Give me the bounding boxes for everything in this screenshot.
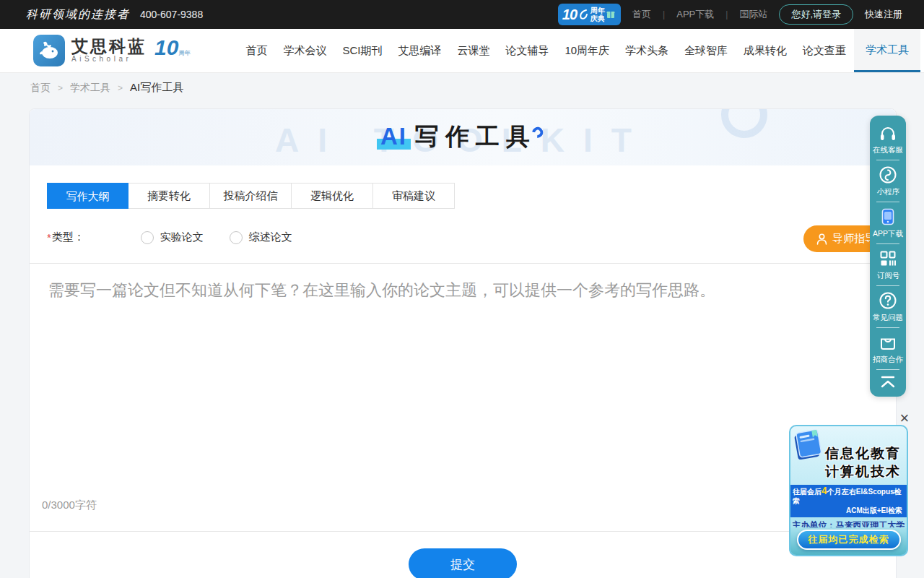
sidebar-item-label: 在线客服 (873, 144, 903, 155)
separator: | (725, 9, 728, 20)
nav-item-anniversary[interactable]: 10周年庆 (557, 29, 617, 72)
topbar-link-home[interactable]: 首页 (632, 8, 651, 21)
whale-logo-icon (33, 35, 65, 66)
radio-label: 实验论文 (160, 230, 204, 244)
site-slogan: 科研领域的连接者 (26, 7, 130, 22)
sidebar-item-faq[interactable]: 常见问题 (870, 286, 906, 327)
sidebar-item-cooperation[interactable]: 招商合作 (870, 328, 906, 369)
site-logo[interactable]: 艾思科蓝 AiScholar 10周年 (33, 35, 190, 66)
topbar-link-app-download[interactable]: APP下载 (676, 8, 714, 21)
sidebar-item-app-download[interactable]: APP下载 (870, 202, 906, 243)
sidebar-item-label: 常见问题 (873, 312, 903, 322)
sidebar-item-label: APP下载 (873, 228, 903, 238)
tab-abstract-conversion[interactable]: 摘要转化 (128, 183, 210, 209)
radio-review-paper[interactable]: 综述论文 (230, 230, 292, 244)
nav-item-academic-tools[interactable]: 学术工具 (854, 29, 920, 72)
sidebar-item-online-service[interactable]: 在线客服 (870, 120, 906, 160)
required-mark: * (47, 231, 51, 243)
logo-text-cn: 艾思科蓝 (71, 38, 147, 55)
tab-logic-optimization[interactable]: 逻辑优化 (292, 183, 373, 209)
popup-close-icon[interactable]: × (897, 410, 912, 426)
nav-item-academic-news[interactable]: 学术头条 (617, 29, 676, 72)
submit-row: 提交 (30, 548, 896, 578)
type-label: 类型： (52, 230, 84, 244)
back-to-top-icon (879, 375, 897, 389)
miniprogram-icon (879, 165, 897, 184)
anniversary-badge-line2: 庆典 (590, 14, 605, 22)
sidebar-item-label: 订阅号 (876, 270, 899, 280)
tab-review-suggestions[interactable]: 审稿建议 (373, 183, 455, 209)
popup-title-line1: 信息化教育 (822, 444, 904, 462)
floating-side-toolbar: 在线客服 小程序 APP下载 订阅号 (870, 116, 906, 397)
main-navigation-bar: 艾思科蓝 AiScholar 10周年 首页 学术会议 SCI期刊 艾思编译 云… (0, 29, 924, 72)
briefcase-icon (879, 333, 897, 352)
phone-icon (879, 207, 897, 226)
sidebar-item-miniprogram[interactable]: 小程序 (870, 160, 906, 202)
question-icon (879, 291, 897, 310)
popup-title-line2: 计算机技术 (822, 462, 904, 480)
conference-promo-popup[interactable]: 信息化教育 计算机技术 往届会后4个月左右EI&Scopus检索 ACM出版+E… (789, 425, 908, 556)
popup-footer: 往届均已完成检索 (790, 527, 907, 555)
swoosh-icon (578, 9, 588, 21)
page-banner: AI TOOLKIT AI写作工具 (30, 109, 896, 165)
radio-circle-icon[interactable] (141, 231, 154, 244)
popup-band-line2: ACM出版+EI检索 (793, 506, 905, 515)
popup-index-band: 往届会后4个月左右EI&Scopus检索 ACM出版+EI检索 (790, 485, 907, 517)
breadcrumb-separator: > (58, 83, 63, 93)
radio-label: 综述论文 (249, 230, 292, 244)
service-phone: 400-607-9388 (140, 9, 203, 20)
radio-experimental-paper[interactable]: 实验论文 (141, 230, 204, 244)
type-selector-row: * 类型： 实验论文 综述论文 (47, 230, 292, 244)
nav-item-paper-tutoring[interactable]: 论文辅导 (497, 29, 557, 72)
sidebar-item-label: 招商合作 (873, 354, 903, 364)
popup-cta-button[interactable]: 往届均已完成检索 (797, 530, 901, 550)
popup-band-line1: 往届会后4个月左右EI&Scopus检索 (793, 486, 905, 506)
register-button[interactable]: 快速注册 (865, 8, 902, 21)
nav-item-think-tank[interactable]: 全球智库 (676, 29, 736, 72)
char-counter: 0/3000字符 (42, 499, 97, 512)
sidebar-item-label: 小程序 (876, 186, 899, 197)
nav-menu: 首页 学术会议 SCI期刊 艾思编译 云课堂 论文辅导 10周年庆 学术头条 全… (237, 29, 920, 72)
topic-textarea[interactable] (30, 264, 896, 480)
page-title-highlight: AI (377, 123, 411, 150)
separator: | (663, 9, 665, 20)
popup-title-block: 信息化教育 计算机技术 (822, 444, 904, 480)
nav-item-editing[interactable]: 艾思编译 (390, 29, 449, 72)
book-icon (789, 426, 828, 466)
nav-item-conferences[interactable]: 学术会议 (275, 29, 334, 72)
anniversary-logo: 10周年 (154, 37, 190, 64)
breadcrumb-current: AI写作工具 (130, 81, 183, 95)
breadcrumb-separator: > (118, 83, 123, 93)
nav-item-plagiarism-check[interactable]: 论文查重 (795, 29, 854, 72)
tab-cover-letter[interactable]: 投稿介绍信 (210, 183, 292, 209)
nav-item-home[interactable]: 首页 (237, 29, 275, 72)
logo-text-en: AiScholar (71, 55, 147, 64)
nav-item-cloud-classroom[interactable]: 云课堂 (449, 29, 497, 72)
headset-icon (879, 125, 897, 142)
breadcrumb-academic-tools[interactable]: 学术工具 (70, 82, 110, 95)
sidebar-item-subscription[interactable]: 订阅号 (870, 244, 906, 285)
top-utility-bar: 科研领域的连接者 400-607-9388 10 周年 庆典 首页 | APP下… (0, 0, 924, 29)
nav-item-sci-journals[interactable]: SCI期刊 (334, 29, 390, 72)
anniversary-badge[interactable]: 10 周年 庆典 (558, 4, 621, 25)
page-title: AI写作工具 (30, 121, 896, 153)
anniversary-badge-line1: 周年 (590, 7, 605, 14)
gift-icon (606, 10, 615, 19)
breadcrumb: 首页 > 学术工具 > AI写作工具 (30, 81, 183, 95)
nav-item-achievements[interactable]: 成果转化 (736, 29, 795, 72)
person-icon (816, 233, 827, 245)
highlight-number: 4 (821, 485, 827, 496)
radio-circle-icon[interactable] (230, 231, 243, 244)
mentor-guidance-label: 导师指导 (832, 232, 876, 246)
subscription-icon (879, 249, 897, 268)
topic-input-region: 0/3000字符 (30, 263, 896, 532)
tab-writing-outline[interactable]: 写作大纲 (47, 183, 128, 209)
login-button[interactable]: 您好,请登录 (779, 4, 853, 25)
tool-tabs: 写作大纲 摘要转化 投稿介绍信 逻辑优化 审稿建议 (47, 183, 455, 209)
ai-writing-tool-panel: AI TOOLKIT AI写作工具 写作大纲 摘要转化 投稿介绍信 逻辑优化 审… (29, 108, 897, 578)
anniversary-number: 10 (562, 7, 577, 23)
breadcrumb-home[interactable]: 首页 (30, 82, 51, 95)
submit-button[interactable]: 提交 (409, 548, 517, 578)
topbar-link-international[interactable]: 国际站 (739, 8, 767, 21)
back-to-top-button[interactable] (870, 370, 906, 394)
